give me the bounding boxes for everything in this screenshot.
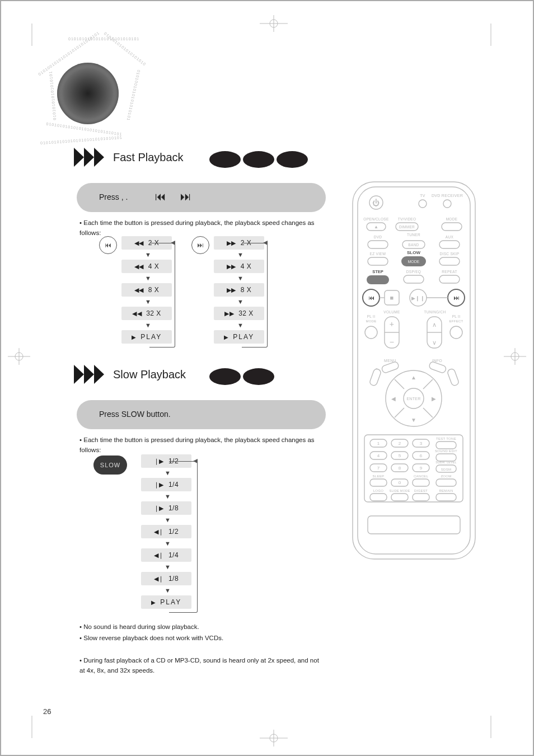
- svg-text:ZOOM: ZOOM: [441, 475, 451, 478]
- manual-page: 010100101010101010101010101 010101010101…: [0, 0, 534, 756]
- svg-text:4: 4: [377, 453, 380, 458]
- svg-text:DISC SKIP: DISC SKIP: [440, 252, 460, 256]
- svg-marker-7: [74, 365, 84, 384]
- svg-rect-41: [367, 275, 389, 284]
- svg-text:MODE: MODE: [408, 260, 420, 264]
- disc-tag-oval: [277, 151, 308, 168]
- svg-marker-4: [74, 148, 84, 167]
- svg-rect-75: [429, 361, 447, 373]
- svg-rect-73: [381, 361, 400, 373]
- svg-text:∨: ∨: [432, 339, 437, 346]
- svg-text:⏭: ⏭: [453, 294, 460, 301]
- svg-rect-39: [439, 257, 460, 265]
- chevrons-icon: [74, 365, 107, 384]
- svg-text:▲: ▲: [411, 374, 416, 381]
- svg-text:TV/VIDEO: TV/VIDEO: [398, 217, 416, 221]
- svg-text:TEST TONE: TEST TONE: [436, 437, 456, 440]
- instruction-band-fast: Press , . ⏮ ⏭: [77, 183, 326, 212]
- registration-mark: [260, 15, 288, 32]
- svg-text:DIGEST: DIGEST: [414, 489, 428, 492]
- svg-text:OPEN/CLOSE: OPEN/CLOSE: [363, 217, 389, 221]
- svg-text:TUNING/CH: TUNING/CH: [424, 310, 446, 314]
- svg-text:2: 2: [399, 441, 401, 446]
- svg-rect-77: [369, 368, 381, 387]
- svg-text:SUBW. LEVEL: SUBW. LEVEL: [435, 461, 457, 464]
- svg-text:SDSM: SDSM: [441, 468, 452, 471]
- band-text: Press SLOW button.: [99, 410, 171, 419]
- svg-rect-43: [404, 275, 424, 283]
- svg-text:SLIDE MODE: SLIDE MODE: [390, 489, 410, 492]
- section-title-slow: Slow Playback: [113, 368, 186, 381]
- svg-rect-126: [370, 494, 387, 501]
- svg-text:6: 6: [420, 453, 423, 458]
- speaker-graphic: 010100101010101010101010101 010101010101…: [35, 40, 141, 147]
- disc-tag-oval: [243, 368, 274, 385]
- prev-icon: ⏮: [155, 190, 163, 203]
- svg-rect-79: [447, 368, 459, 387]
- svg-text:∧: ∧: [432, 321, 437, 328]
- disc-tag-oval: [243, 151, 274, 168]
- instruction-band-slow: Press SLOW button.: [77, 400, 326, 429]
- svg-rect-45: [439, 275, 460, 283]
- svg-text:−: −: [390, 337, 394, 346]
- chevrons-icon: [74, 148, 107, 167]
- reverse-speed-column: ◀◀2 X ▼ ◀◀4 X ▼ ◀◀8 X ▼ ◀◀32 X ▼ ▶PLAY: [121, 236, 172, 354]
- svg-text:SLOW: SLOW: [407, 250, 420, 255]
- svg-point-16: [419, 200, 427, 208]
- svg-text:9: 9: [420, 466, 423, 471]
- svg-point-17: [443, 200, 451, 208]
- crop-mark: [483, 24, 499, 46]
- svg-text:MODE: MODE: [446, 217, 458, 221]
- registration-mark: [8, 348, 30, 365]
- svg-text:DVD: DVD: [374, 235, 382, 239]
- svg-rect-122: [413, 479, 429, 486]
- svg-text:3: 3: [420, 441, 423, 446]
- svg-text:SLEEP: SLEEP: [373, 475, 385, 478]
- section-title-fast: Fast Playback: [113, 151, 184, 164]
- svg-marker-5: [84, 148, 94, 167]
- svg-text:CANCEL: CANCEL: [414, 475, 429, 478]
- svg-rect-133: [368, 516, 460, 534]
- svg-text:BAND: BAND: [408, 243, 419, 247]
- registration-mark: [260, 730, 288, 746]
- svg-line-85: [395, 408, 404, 417]
- svg-line-86: [423, 408, 433, 417]
- svg-rect-118: [370, 479, 387, 486]
- svg-rect-99: [436, 442, 456, 449]
- svg-marker-6: [94, 148, 104, 167]
- remote-control-diagram: .st{stroke:#bbb;stroke-width:1.4;fill:no…: [351, 180, 477, 561]
- svg-text:⏻: ⏻: [372, 199, 380, 207]
- note-text: • During fast playback of a CD or MP3-CD…: [79, 656, 326, 676]
- svg-rect-132: [436, 494, 456, 501]
- band-text: Press , .: [99, 192, 128, 201]
- note-text: • Slow reverse playback does not work wi…: [79, 633, 320, 644]
- svg-rect-32: [439, 241, 460, 248]
- svg-text:AUX: AUX: [446, 235, 454, 239]
- svg-line-84: [423, 379, 433, 389]
- forward-circle-icon: ⏭: [191, 236, 209, 254]
- svg-rect-128: [391, 494, 408, 501]
- svg-text:REMAIN: REMAIN: [439, 489, 453, 492]
- svg-text:VOLUME: VOLUME: [383, 310, 400, 314]
- svg-text:REPEAT: REPEAT: [442, 270, 457, 274]
- svg-text:LOGO: LOGO: [373, 489, 384, 492]
- svg-text:+: +: [390, 320, 394, 328]
- svg-text:EZ VIEW: EZ VIEW: [370, 252, 386, 256]
- disc-tag-oval: [209, 151, 241, 168]
- note-text: • Each time the button is pressed during…: [79, 435, 320, 456]
- svg-text:0: 0: [399, 480, 401, 485]
- svg-point-71: [450, 326, 462, 339]
- svg-rect-130: [413, 494, 429, 501]
- svg-text:ENTER: ENTER: [406, 397, 420, 401]
- svg-text:EFFECT: EFFECT: [449, 320, 463, 323]
- svg-text:TUNER: TUNER: [407, 233, 420, 237]
- svg-text:1: 1: [377, 441, 380, 446]
- rewind-circle-icon: ⏮: [99, 236, 117, 254]
- svg-text:TV: TV: [420, 194, 425, 198]
- next-icon: ⏭: [180, 190, 188, 203]
- svg-text:▲: ▲: [374, 224, 378, 229]
- note-text: • Each time the button is pressed during…: [79, 218, 320, 238]
- svg-marker-9: [94, 365, 104, 384]
- svg-text:STEP: STEP: [372, 269, 383, 274]
- page-number: 26: [43, 707, 51, 716]
